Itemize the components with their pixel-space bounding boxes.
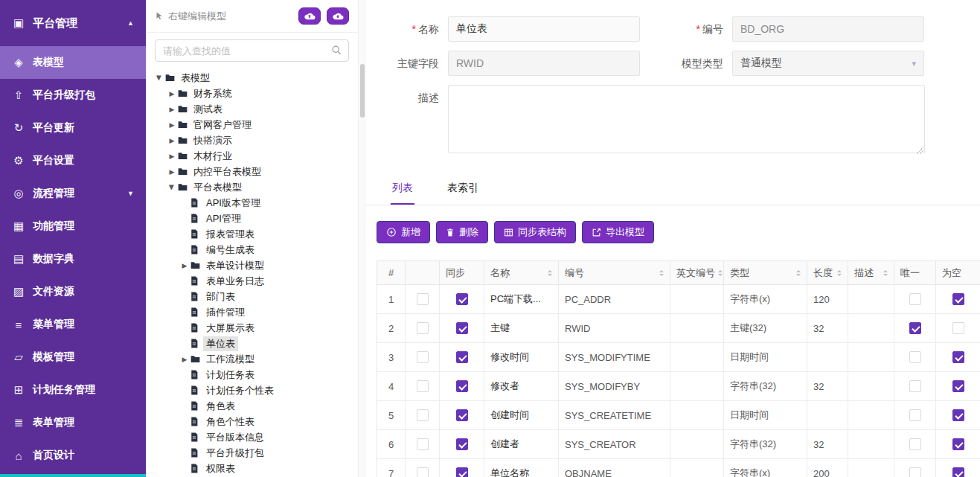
nullable-checkbox[interactable] (952, 351, 964, 363)
row-select-checkbox[interactable] (417, 380, 429, 392)
chevron-down-icon[interactable]: ▶ (168, 182, 176, 193)
tree-node[interactable]: ▶财务系统 (146, 86, 358, 101)
column-header-desc[interactable]: 描述 (848, 261, 894, 285)
code-field[interactable] (732, 16, 924, 42)
sort-icon[interactable] (545, 270, 552, 276)
column-header-code[interactable]: 编号 (559, 261, 670, 285)
search-icon[interactable] (331, 45, 342, 56)
tree-node[interactable]: 平台版本信息 (146, 429, 358, 445)
unique-checkbox[interactable] (909, 322, 921, 334)
sort-icon[interactable] (793, 270, 801, 276)
chevron-up-icon[interactable]: ▲ (127, 19, 134, 27)
delete-button[interactable]: 删除 (436, 221, 488, 243)
chevron-right-icon[interactable]: ▶ (179, 262, 190, 269)
sidebar-item-form-management[interactable]: ≣表单管理 (0, 406, 146, 439)
sort-icon[interactable] (656, 270, 664, 276)
row-select-checkbox[interactable] (417, 467, 429, 477)
column-header-type[interactable]: 类型 (724, 261, 807, 285)
sidebar-item-menu-management[interactable]: ≡菜单管理 (0, 308, 146, 341)
sort-icon[interactable] (880, 270, 888, 276)
chevron-right-icon[interactable]: ▶ (166, 90, 178, 97)
nullable-checkbox[interactable] (952, 293, 964, 305)
sort-icon[interactable] (834, 270, 842, 276)
tree-node[interactable]: API管理 (146, 211, 358, 226)
cloud-upload-button[interactable] (298, 7, 321, 25)
model-type-select[interactable]: 普通模型 ▾ (732, 51, 924, 76)
row-select-checkbox[interactable] (417, 351, 429, 363)
chevron-right-icon[interactable]: ▶ (166, 153, 178, 160)
sidebar-item-home-design[interactable]: ⌂首页设计 (0, 439, 146, 472)
tree-node[interactable]: 权限表 (146, 461, 358, 476)
sidebar-item-function-management[interactable]: ▦功能管理 (0, 210, 146, 243)
row-select-checkbox[interactable] (417, 409, 429, 421)
tree-node[interactable]: 单位表 (146, 336, 358, 351)
search-input[interactable] (155, 39, 349, 62)
tree-node[interactable]: 角色表 (146, 398, 358, 414)
primary-key-field[interactable] (448, 51, 640, 76)
sync-structure-button[interactable]: 同步表结构 (494, 221, 576, 243)
sync-checkbox[interactable] (456, 409, 468, 421)
chevron-down-icon[interactable]: ▶ (156, 72, 163, 84)
tree-node[interactable]: ▶表模型 (146, 70, 358, 86)
tree-node[interactable]: API版本管理 (146, 195, 358, 211)
tree-node[interactable]: 角色个性表 (146, 414, 358, 429)
sidebar-item-platform-settings[interactable]: ⚙平台设置 (0, 144, 146, 177)
tree-node[interactable]: 编号生成表 (146, 242, 358, 257)
chevron-right-icon[interactable]: ▶ (179, 356, 190, 363)
column-header-length[interactable]: 长度 (807, 261, 848, 285)
sidebar-item-file-resources[interactable]: ▨文件资源 (0, 275, 146, 308)
nullable-checkbox[interactable] (952, 322, 964, 334)
sidebar-header[interactable]: ▣ 平台管理 ▲ (0, 0, 146, 46)
cloud-download-button[interactable] (327, 7, 349, 25)
tree-node[interactable]: 平台升级打包 (146, 445, 358, 461)
chevron-right-icon[interactable]: ▶ (166, 168, 178, 176)
unique-checkbox[interactable] (909, 438, 921, 450)
nullable-checkbox[interactable] (952, 467, 964, 477)
sync-checkbox[interactable] (456, 351, 468, 363)
sync-checkbox[interactable] (456, 293, 468, 305)
tree-node[interactable]: ▶测试表 (146, 101, 358, 117)
chevron-down-icon[interactable]: ▼ (127, 190, 134, 197)
unique-checkbox[interactable] (909, 293, 921, 305)
unique-checkbox[interactable] (909, 351, 921, 363)
tree-node[interactable]: ▶工作流模型 (146, 351, 358, 367)
tab-table-index[interactable]: 表索引 (446, 175, 480, 205)
tree-node[interactable]: ▶内控平台表模型 (146, 164, 358, 179)
unique-checkbox[interactable] (909, 467, 921, 477)
sync-checkbox[interactable] (456, 322, 468, 334)
tree-node[interactable]: ▶木材行业 (146, 148, 358, 164)
tree-node[interactable]: ▶表单设计模型 (146, 257, 358, 273)
unique-checkbox[interactable] (909, 409, 921, 421)
unique-checkbox[interactable] (909, 380, 921, 392)
tree-node[interactable]: 报表管理表 (146, 226, 358, 242)
vertical-scrollbar[interactable] (358, 0, 365, 477)
nullable-checkbox[interactable] (952, 409, 964, 421)
tree-node[interactable]: 部门表 (146, 289, 358, 304)
sidebar-item-table-model[interactable]: ◈表模型 (0, 46, 146, 79)
tree-node[interactable]: 插件管理 (146, 304, 358, 320)
sidebar-item-platform-upgrade-package[interactable]: ⇧平台升级打包 (0, 79, 146, 112)
tree-node[interactable]: 计划任务个性表 (146, 382, 358, 398)
column-header-name[interactable]: 名称 (484, 261, 559, 285)
sidebar-item-data-dictionary[interactable]: ▤数据字典 (0, 243, 146, 275)
export-model-button[interactable]: 导出模型 (582, 221, 654, 243)
description-field[interactable] (448, 85, 925, 153)
chevron-right-icon[interactable]: ▶ (166, 106, 178, 113)
sidebar-item-template-management[interactable]: ▱模板管理 (0, 341, 146, 374)
sidebar-item-platform-update[interactable]: ↻平台更新 (0, 112, 146, 144)
sort-icon[interactable] (715, 270, 723, 276)
resize-handle[interactable] (916, 147, 923, 154)
tree-node[interactable]: ▶平台表模型 (146, 179, 358, 195)
sidebar-item-flow-management[interactable]: ◎流程管理▼ (0, 177, 146, 210)
chevron-right-icon[interactable]: ▶ (166, 121, 178, 129)
tree-node[interactable]: 大屏展示表 (146, 320, 358, 336)
name-field[interactable] (448, 16, 640, 42)
row-select-checkbox[interactable] (417, 322, 429, 334)
scrollbar-thumb[interactable] (360, 64, 365, 118)
nullable-checkbox[interactable] (952, 380, 964, 392)
nullable-checkbox[interactable] (952, 438, 964, 450)
sync-checkbox[interactable] (456, 438, 468, 450)
chevron-right-icon[interactable]: ▶ (166, 137, 178, 144)
row-select-checkbox[interactable] (417, 293, 429, 305)
tree-node[interactable]: ▶快搭演示 (146, 132, 358, 148)
